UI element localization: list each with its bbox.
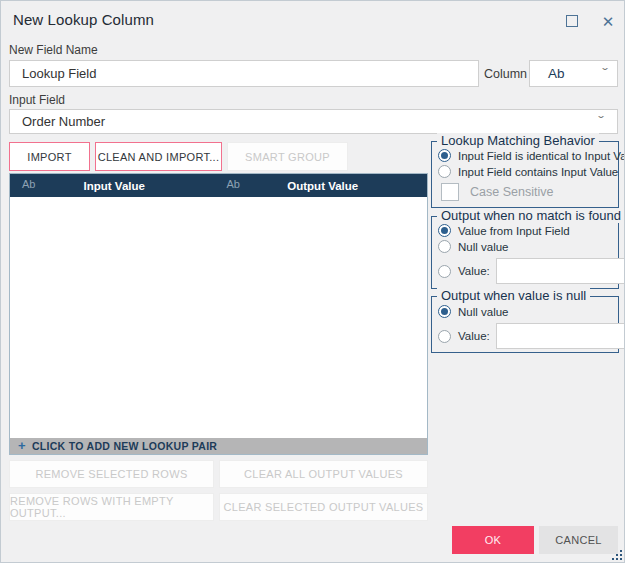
column-title: Output Value (287, 180, 358, 192)
checkbox-label: Case Sensitive (470, 185, 553, 199)
case-sensitive-checkbox[interactable]: Case Sensitive (441, 183, 553, 201)
radio-label: Null value (458, 306, 509, 318)
close-button[interactable]: ✕ (593, 9, 623, 33)
maximize-icon (566, 15, 578, 27)
lookup-pairs-table: Ab Input Value Ab Output Value + CLICK T… (9, 173, 428, 455)
dialog-title: New Lookup Column (13, 11, 154, 28)
add-lookup-pair-label: CLICK TO ADD NEW LOOKUP PAIR (32, 440, 217, 452)
radio-custom-value[interactable]: Value: (438, 323, 625, 349)
text-type-icon: Ab (22, 178, 35, 190)
ok-button[interactable]: OK (452, 526, 534, 554)
radio-custom-value[interactable]: Value: (438, 258, 625, 284)
radio-label: Value: (458, 265, 490, 277)
output-no-match-group: Output when no match is found Value from… (431, 216, 619, 289)
text-type-icon: Ab (227, 178, 240, 190)
new-field-name-input[interactable] (9, 60, 479, 87)
radio-identical[interactable]: Input Field is identical to Input Value (438, 149, 625, 162)
cancel-button[interactable]: CANCEL (539, 526, 618, 554)
table-body-empty[interactable] (10, 197, 427, 438)
close-icon: ✕ (602, 14, 615, 29)
input-value-column-header[interactable]: Ab Input Value (10, 174, 219, 197)
resize-grip-icon[interactable] (612, 550, 622, 560)
radio-label: Input Field is identical to Input Value (458, 150, 625, 162)
radio-label: Value: (458, 330, 490, 342)
no-match-value-input[interactable] (496, 258, 625, 284)
import-button[interactable]: IMPORT (9, 142, 90, 171)
radio-unselected-icon (438, 330, 451, 343)
group-legend: Output when value is null (437, 288, 590, 303)
plus-icon: + (18, 438, 26, 453)
clear-all-output-values-button[interactable]: CLEAR ALL OUTPUT VALUES (219, 460, 428, 488)
radio-contains[interactable]: Input Field contains Input Value (438, 165, 618, 178)
clear-selected-output-values-button[interactable]: CLEAR SELECTED OUTPUT VALUES (219, 493, 428, 521)
radio-label: Value from Input Field (458, 225, 570, 237)
chevron-down-icon: ˇ (602, 67, 608, 80)
input-field-dropdown[interactable]: Order Number ˇ (9, 109, 618, 134)
new-lookup-column-dialog: New Lookup Column ✕ New Field Name Colum… (0, 0, 625, 563)
group-legend: Lookup Matching Behavior (437, 133, 599, 148)
checkbox-unchecked-icon (441, 183, 459, 201)
radio-null-value[interactable]: Null value (438, 240, 509, 253)
column-title: Input Value (84, 180, 145, 192)
input-field-label: Input Field (9, 93, 65, 107)
clean-and-import-button[interactable]: CLEAN AND IMPORT... (95, 142, 222, 171)
null-output-value-input[interactable] (496, 323, 625, 349)
radio-null-value[interactable]: Null value (438, 305, 509, 318)
radio-unselected-icon (438, 265, 451, 278)
radio-unselected-icon (438, 165, 451, 178)
radio-label: Input Field contains Input Value (458, 166, 618, 178)
remove-selected-rows-button[interactable]: REMOVE SELECTED ROWS (9, 460, 214, 488)
column-type-dropdown[interactable]: Ab ˇ (529, 60, 618, 87)
radio-label: Null value (458, 241, 509, 253)
chevron-down-icon: ˇ (598, 115, 604, 128)
new-field-name-label: New Field Name (9, 43, 98, 57)
lookup-matching-behavior-group: Lookup Matching Behavior Input Field is … (431, 141, 619, 208)
radio-value-from-input-field[interactable]: Value from Input Field (438, 224, 570, 237)
group-legend: Output when no match is found (437, 208, 625, 223)
remove-rows-with-empty-output-button[interactable]: REMOVE ROWS WITH EMPTY OUTPUT... (9, 493, 214, 521)
table-header: Ab Input Value Ab Output Value (10, 174, 427, 197)
radio-selected-icon (438, 149, 451, 162)
output-null-group: Output when value is null Null value Val… (431, 296, 619, 353)
maximize-button[interactable] (557, 9, 587, 33)
output-value-column-header[interactable]: Ab Output Value (219, 174, 428, 197)
radio-selected-icon (438, 224, 451, 237)
column-type-value: Ab (530, 66, 603, 81)
radio-selected-icon (438, 305, 451, 318)
radio-unselected-icon (438, 240, 451, 253)
smart-group-button[interactable]: SMART GROUP (227, 142, 348, 171)
input-field-value: Order Number (10, 114, 599, 129)
add-lookup-pair-row[interactable]: + CLICK TO ADD NEW LOOKUP PAIR (10, 438, 427, 454)
